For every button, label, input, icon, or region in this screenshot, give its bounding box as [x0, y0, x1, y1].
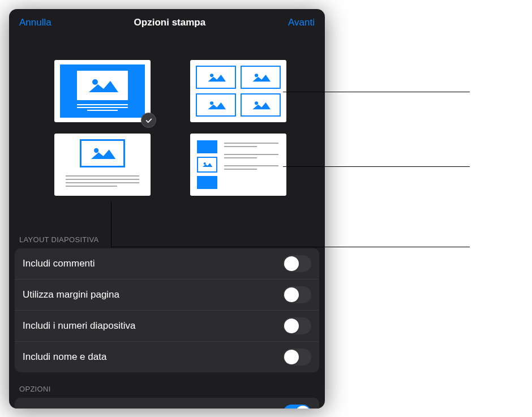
cancel-button[interactable]: Annulla	[19, 17, 52, 28]
row-label: Includi nome e data	[23, 351, 106, 363]
svg-point-4	[210, 101, 213, 105]
toggle-use-page-margins[interactable]	[283, 286, 311, 303]
row-print-backgrounds: Stampa sfondi	[15, 398, 319, 409]
layout-option-grid[interactable]	[190, 60, 286, 122]
callout-line	[111, 247, 470, 247]
callout-line	[283, 166, 470, 167]
svg-point-7	[204, 162, 206, 165]
section-label-options: OPZIONI	[9, 372, 325, 398]
print-options-panel: Annulla Opzioni stampa Avanti	[9, 9, 325, 409]
svg-point-3	[255, 74, 258, 77]
row-include-name-date: Includi nome e data	[15, 342, 319, 372]
layout-option-outline[interactable]	[190, 134, 286, 196]
panel-title: Opzioni stampa	[134, 17, 206, 28]
layout-option-slide-notes[interactable]	[54, 134, 151, 196]
panel-header: Annulla Opzioni stampa Avanti	[9, 9, 325, 37]
svg-point-2	[210, 74, 213, 77]
layout-grid	[9, 37, 325, 207]
toggle-print-backgrounds[interactable]	[283, 405, 311, 409]
next-button[interactable]: Avanti	[288, 17, 315, 28]
toggle-include-comments[interactable]	[283, 255, 311, 272]
callout-line	[111, 201, 111, 247]
layout-settings-list: Includi commenti Utilizza margini pagina…	[15, 248, 319, 372]
row-label: Includi commenti	[23, 258, 95, 269]
row-label: Includi i numeri diapositiva	[23, 320, 135, 332]
svg-rect-0	[87, 75, 118, 96]
toggle-include-name-date[interactable]	[283, 349, 311, 366]
checkmark-icon	[141, 113, 156, 128]
svg-point-1	[92, 79, 98, 85]
toggle-include-slide-numbers[interactable]	[283, 317, 311, 334]
callout-line	[283, 92, 470, 92]
layout-option-single-slide[interactable]	[54, 60, 151, 122]
svg-point-6	[94, 148, 98, 153]
row-include-comments: Includi commenti	[15, 248, 319, 280]
row-label: Stampa sfondi	[23, 407, 84, 409]
row-label: Utilizza margini pagina	[23, 289, 119, 300]
row-include-slide-numbers: Includi i numeri diapositiva	[15, 311, 319, 342]
options-list: Stampa sfondi	[15, 398, 319, 409]
svg-point-5	[255, 101, 258, 105]
row-use-page-margins: Utilizza margini pagina	[15, 280, 319, 311]
section-label-layout: LAYOUT DIAPOSITIVA	[9, 207, 325, 248]
